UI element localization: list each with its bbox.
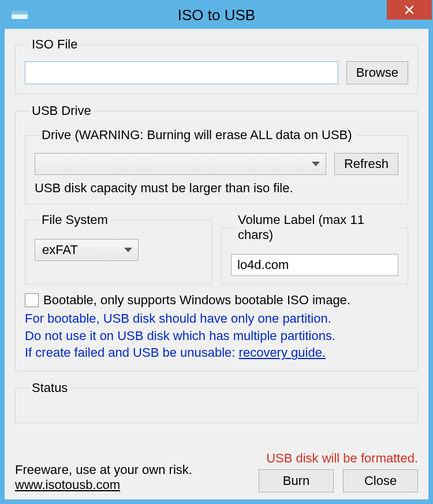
browse-button[interactable]: Browse bbox=[346, 61, 408, 84]
bootable-info-line1: For bootable, USB disk should have only … bbox=[25, 310, 408, 327]
format-warning: USB disk will be formatted. bbox=[259, 451, 418, 466]
status-group: Status bbox=[15, 380, 418, 423]
capacity-note: USB disk capacity must be larger than is… bbox=[35, 181, 398, 196]
volume-label-legend: Volume Label (max 11 chars) bbox=[236, 212, 398, 242]
close-icon bbox=[404, 5, 415, 15]
file-system-group: File System exFAT bbox=[25, 212, 212, 285]
drive-warning-legend: Drive (WARNING: Burning will erase ALL d… bbox=[39, 128, 354, 143]
bootable-info-line3: If create failed and USB be unusable: re… bbox=[25, 344, 408, 361]
titlebar[interactable]: ISO to USB bbox=[1, 1, 432, 29]
iso-file-group: ISO File Browse bbox=[15, 37, 418, 94]
usb-drive-legend: USB Drive bbox=[29, 103, 94, 118]
drive-select-group: Drive (WARNING: Burning will erase ALL d… bbox=[25, 128, 408, 204]
app-icon bbox=[12, 11, 28, 19]
window-close-button[interactable] bbox=[387, 0, 432, 20]
footer: Freeware, use at your own risk. www.isot… bbox=[15, 449, 418, 492]
recovery-guide-link[interactable]: recovery guide. bbox=[239, 345, 326, 360]
website-link[interactable]: www.isotousb.com bbox=[15, 477, 120, 492]
burn-button[interactable]: Burn bbox=[259, 469, 334, 492]
chevron-down-icon bbox=[312, 162, 320, 166]
close-button[interactable]: Close bbox=[343, 469, 418, 492]
bootable-label: Bootable, only supports Windows bootable… bbox=[43, 293, 350, 308]
refresh-button[interactable]: Refresh bbox=[334, 153, 398, 175]
volume-label-group: Volume Label (max 11 chars) bbox=[221, 212, 408, 285]
chevron-down-icon bbox=[124, 248, 132, 252]
file-system-select[interactable]: exFAT bbox=[35, 239, 139, 261]
volume-label-input[interactable] bbox=[231, 254, 398, 276]
window-title: ISO to USB bbox=[1, 6, 432, 24]
drive-select[interactable] bbox=[35, 153, 326, 175]
iso-file-legend: ISO File bbox=[29, 37, 80, 52]
file-system-value: exFAT bbox=[42, 242, 78, 257]
file-system-legend: File System bbox=[39, 212, 110, 227]
bootable-info: For bootable, USB disk should have only … bbox=[25, 310, 408, 361]
bootable-checkbox[interactable] bbox=[25, 293, 39, 307]
usb-drive-group: USB Drive Drive (WARNING: Burning will e… bbox=[15, 103, 418, 371]
bootable-info-line2: Do not use it on USB disk which has mult… bbox=[25, 327, 408, 345]
app-window: ISO to USB ISO File Browse USB Drive Dri… bbox=[0, 0, 433, 504]
client-area: ISO File Browse USB Drive Drive (WARNING… bbox=[5, 29, 428, 499]
iso-path-input[interactable] bbox=[25, 61, 338, 84]
freeware-note: Freeware, use at your own risk. www.isot… bbox=[15, 462, 192, 492]
status-legend: Status bbox=[29, 380, 70, 395]
